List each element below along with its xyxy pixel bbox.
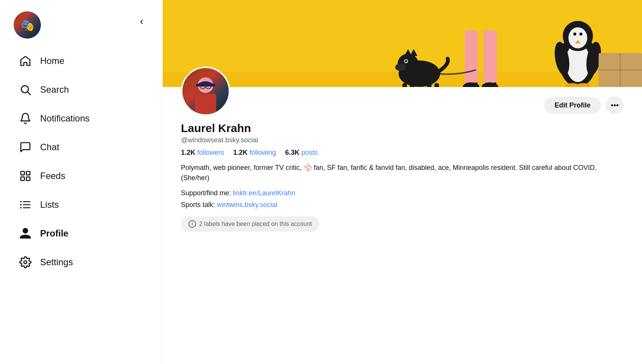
support-text: Support/find me: bbox=[181, 189, 231, 197]
chat-icon bbox=[18, 140, 33, 154]
labels-badge[interactable]: i 2 labels have been placed on this acco… bbox=[181, 216, 319, 232]
sidebar-item-search[interactable]: Search bbox=[5, 76, 158, 104]
collapse-button[interactable]: ‹ bbox=[140, 16, 143, 26]
profile-top-row: Edit Profile ••• bbox=[181, 87, 624, 116]
more-dots-icon: ••• bbox=[611, 101, 619, 110]
svg-point-11 bbox=[20, 207, 22, 208]
posts-stat[interactable]: 6.3K posts bbox=[285, 149, 318, 157]
svg-rect-2 bbox=[21, 171, 24, 175]
svg-rect-5 bbox=[26, 177, 30, 180]
followers-stat[interactable]: 1.2K followers bbox=[181, 149, 224, 157]
avatar[interactable]: 🎭 bbox=[14, 11, 41, 39]
followers-count: 1.2K bbox=[181, 149, 195, 157]
svg-point-38 bbox=[573, 33, 577, 36]
svg-point-9 bbox=[20, 201, 22, 202]
edit-profile-button[interactable]: Edit Profile bbox=[544, 97, 601, 114]
sidebar-item-notifications[interactable]: Notifications bbox=[5, 104, 158, 132]
sidebar-item-feeds[interactable]: Feeds bbox=[5, 162, 158, 190]
sidebar-item-label-profile: Profile bbox=[40, 228, 69, 239]
following-label: following bbox=[249, 149, 276, 157]
posts-label: posts bbox=[301, 149, 318, 157]
nav-list: Home Search Notifications bbox=[0, 46, 162, 277]
sidebar: 🎭 ‹ Home Search bbox=[0, 0, 163, 364]
svg-rect-30 bbox=[427, 83, 432, 87]
sidebar-item-chat[interactable]: Chat bbox=[5, 133, 158, 161]
sidebar-item-label-notifications: Notifications bbox=[40, 113, 90, 124]
profile-bio: Polymath, web pioneer, former TV critic,… bbox=[181, 163, 624, 183]
sidebar-item-label-home: Home bbox=[40, 56, 64, 66]
sidebar-item-settings[interactable]: Settings bbox=[5, 248, 158, 276]
feeds-icon bbox=[18, 169, 33, 183]
more-options-button[interactable]: ••• bbox=[606, 96, 624, 114]
sidebar-item-label-feeds: Feeds bbox=[40, 171, 65, 181]
avatar-image: 🎭 bbox=[14, 11, 41, 39]
search-icon bbox=[18, 82, 33, 97]
sidebar-item-label-lists: Lists bbox=[40, 199, 59, 210]
svg-rect-16 bbox=[483, 30, 497, 87]
sidebar-item-lists[interactable]: Lists bbox=[5, 191, 158, 219]
svg-rect-15 bbox=[464, 30, 478, 87]
sidebar-item-label-search: Search bbox=[40, 84, 69, 95]
labels-text: 2 labels have been placed on this accoun… bbox=[199, 221, 312, 227]
svg-rect-20 bbox=[494, 82, 496, 87]
sidebar-item-label-chat: Chat bbox=[40, 142, 59, 152]
sports-text: Sports talk: bbox=[181, 201, 215, 208]
profile-handle: @windowseat.bsky.social bbox=[181, 136, 624, 144]
svg-rect-19 bbox=[475, 82, 477, 87]
svg-point-35 bbox=[569, 27, 587, 48]
profile-banner bbox=[163, 0, 642, 87]
svg-point-39 bbox=[580, 33, 583, 36]
sports-link[interactable]: wintwins.bsky.social bbox=[217, 201, 277, 208]
sports-link-row: Sports talk: wintwins.bsky.social bbox=[181, 201, 624, 209]
svg-rect-3 bbox=[26, 171, 30, 175]
svg-rect-28 bbox=[402, 83, 407, 87]
svg-point-23 bbox=[395, 64, 406, 71]
profile-name: Laurel Krahn bbox=[181, 122, 624, 135]
profile-icon bbox=[18, 226, 33, 241]
followers-label: followers bbox=[197, 149, 224, 157]
svg-rect-29 bbox=[410, 83, 414, 87]
lists-icon bbox=[18, 198, 33, 212]
svg-point-10 bbox=[20, 204, 22, 205]
sidebar-item-profile[interactable]: Profile bbox=[5, 219, 158, 247]
following-count: 1.2K bbox=[233, 149, 248, 157]
svg-point-25 bbox=[405, 60, 407, 62]
main-content: Edit Profile ••• Laurel Krahn @windowsea… bbox=[163, 0, 642, 364]
svg-rect-31 bbox=[435, 83, 439, 87]
settings-icon bbox=[18, 255, 33, 269]
support-link[interactable]: linktr.ee/LaurelKrahn bbox=[233, 189, 295, 197]
info-icon: i bbox=[189, 220, 196, 228]
profile-stats: 1.2K followers 1.2K following 6.3K posts bbox=[181, 149, 624, 157]
sidebar-item-label-settings: Settings bbox=[40, 257, 73, 268]
profile-avatar-wrapper bbox=[181, 67, 230, 116]
support-link-row: Support/find me: linktr.ee/LaurelKrahn bbox=[181, 189, 624, 197]
following-stat[interactable]: 1.2K following bbox=[233, 149, 276, 157]
profile-section: Edit Profile ••• Laurel Krahn @windowsea… bbox=[163, 87, 642, 241]
profile-avatar bbox=[181, 67, 230, 116]
profile-actions: Edit Profile ••• bbox=[544, 93, 624, 114]
svg-point-12 bbox=[24, 261, 27, 264]
posts-count: 6.3K bbox=[285, 149, 299, 157]
svg-rect-50 bbox=[195, 94, 216, 114]
sidebar-item-home[interactable]: Home bbox=[5, 47, 158, 75]
svg-rect-4 bbox=[21, 177, 24, 180]
svg-line-1 bbox=[28, 92, 30, 95]
home-icon bbox=[18, 54, 33, 68]
notifications-icon bbox=[18, 111, 33, 126]
